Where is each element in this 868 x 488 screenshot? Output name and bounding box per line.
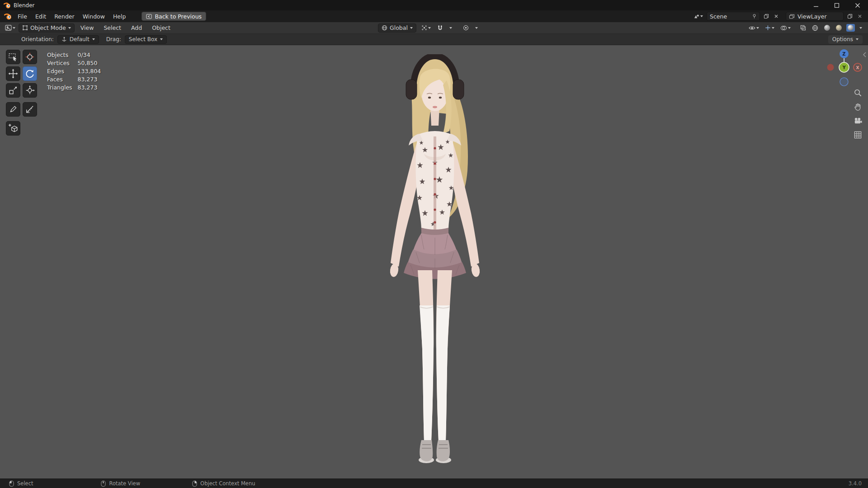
chevron-down-icon [410, 27, 413, 29]
close-button[interactable] [847, 0, 868, 10]
blender-logo-icon [4, 2, 11, 9]
menu-window[interactable]: Window [79, 12, 109, 21]
object-type-visibility-dropdown[interactable] [747, 24, 760, 32]
tool-select-box[interactable] [6, 50, 20, 64]
window-controls [806, 0, 868, 10]
stat-label: Vertices [47, 60, 72, 66]
stat-value: 0/34 [78, 52, 101, 58]
tool-move[interactable] [6, 66, 20, 81]
blender-window: Blender File Edit Render Window [0, 0, 868, 488]
stat-label: Triangles [47, 84, 72, 91]
menu-file[interactable]: File [14, 12, 31, 21]
back-to-previous-button[interactable]: Back to Previous [142, 12, 206, 21]
stat-value: 133,804 [78, 68, 101, 75]
snap-settings-dropdown[interactable] [448, 26, 453, 30]
pan-control[interactable] [853, 102, 862, 111]
lips [433, 106, 437, 108]
stat-value: 83,273 [78, 84, 101, 91]
axis-z-negative-button[interactable] [840, 78, 848, 86]
ortho-perspective-control[interactable] [853, 130, 862, 139]
toggle-xray-button[interactable] [799, 24, 807, 32]
proportional-editing-toggle[interactable] [462, 24, 470, 32]
scene-name-field[interactable]: Scene [707, 12, 760, 21]
navigation-gizmo[interactable]: Z X Y [826, 46, 862, 91]
stat-label: Faces [47, 76, 72, 83]
new-scene-button[interactable] [762, 13, 770, 20]
show-gizmo-toggle[interactable] [764, 24, 776, 32]
transform-orientation-dropdown[interactable]: Global [378, 23, 416, 33]
mouse-mmb-icon [101, 480, 106, 487]
axis-y-label: Y [842, 65, 846, 70]
browse-scene-button[interactable] [692, 13, 704, 20]
pivot-point-dropdown[interactable] [420, 24, 432, 32]
axis-x-negative-button[interactable] [827, 64, 834, 71]
maximize-button[interactable] [826, 0, 847, 10]
zoom-control[interactable] [853, 88, 862, 97]
orientation-label: Orientation: [21, 36, 54, 42]
pivot-icon [421, 25, 427, 31]
menu-edit[interactable]: Edit [31, 12, 50, 21]
menu-add[interactable]: Add [127, 23, 146, 33]
menu-view[interactable]: View [76, 23, 98, 33]
character-model[interactable] [376, 54, 494, 465]
hint-select: Select [9, 480, 33, 487]
tool-measure[interactable] [23, 102, 37, 117]
scale-icon [8, 85, 18, 95]
pin-icon[interactable] [752, 14, 757, 19]
drag-label: Drag: [106, 36, 121, 42]
stocking-right [436, 305, 450, 441]
mode-selector[interactable]: Object Mode [19, 23, 75, 33]
shoe-right [437, 440, 450, 461]
hint-rotate-view: Rotate View [101, 480, 140, 487]
tool-annotate[interactable] [6, 102, 20, 117]
drag-mode-dropdown[interactable]: Select Box [125, 35, 167, 44]
tool-cursor[interactable] [23, 50, 37, 64]
axis-z-label: Z [842, 52, 845, 56]
tool-orientation-dropdown[interactable]: Default [57, 35, 99, 44]
menu-help[interactable]: Help [109, 12, 130, 21]
menu-object[interactable]: Object [148, 23, 175, 33]
tool-transform[interactable] [23, 83, 37, 98]
select-box-icon [8, 52, 18, 62]
camera-icon [854, 117, 862, 125]
chevron-down-icon [68, 27, 71, 29]
proportional-falloff-dropdown[interactable] [474, 26, 479, 30]
camera-view-control[interactable] [853, 116, 862, 125]
unlink-scene-button[interactable] [773, 13, 780, 19]
shading-settings-dropdown[interactable] [858, 26, 863, 30]
shading-material-button[interactable] [835, 24, 843, 32]
options-dropdown[interactable]: Options [828, 35, 863, 44]
tool-rotate[interactable] [23, 66, 37, 81]
blender-menu-logo-icon[interactable] [4, 13, 12, 20]
chevron-down-icon [449, 27, 452, 29]
shading-solid-button[interactable] [823, 24, 831, 32]
overlays-icon [780, 25, 787, 31]
remove-viewlayer-button[interactable] [856, 13, 863, 19]
new-viewlayer-button[interactable] [846, 13, 854, 20]
eye-icon [749, 25, 755, 31]
tool-scale[interactable] [6, 83, 20, 98]
axis-x-label: X [856, 66, 859, 70]
hand-icon [854, 103, 862, 111]
chevron-down-icon [859, 27, 862, 29]
viewport-side-controls [853, 88, 862, 139]
viewport-3d[interactable]: Objects0/34 Vertices50,850 Edges133,804 … [0, 45, 868, 479]
viewlayer-name-field[interactable]: ViewLayer [786, 12, 844, 21]
shading-rendered-button[interactable] [846, 24, 855, 32]
minimize-button[interactable] [806, 0, 826, 10]
menu-render[interactable]: Render [50, 12, 79, 21]
drag-mode-value: Select Box [129, 36, 157, 42]
sidebar-toggle[interactable] [863, 52, 867, 59]
chevron-down-icon [428, 27, 431, 29]
editor-type-button[interactable] [4, 24, 17, 32]
transform-icon [25, 85, 35, 95]
menu-select[interactable]: Select [99, 23, 125, 33]
tool-add-cube[interactable] [6, 121, 20, 136]
scene-name: Scene [710, 13, 749, 20]
chevron-down-icon [788, 27, 791, 29]
object-mode-icon [22, 25, 28, 31]
shading-wireframe-button[interactable] [811, 24, 820, 32]
snap-toggle[interactable] [436, 24, 444, 32]
show-overlays-toggle[interactable] [779, 24, 792, 32]
chevron-down-icon [756, 27, 759, 29]
